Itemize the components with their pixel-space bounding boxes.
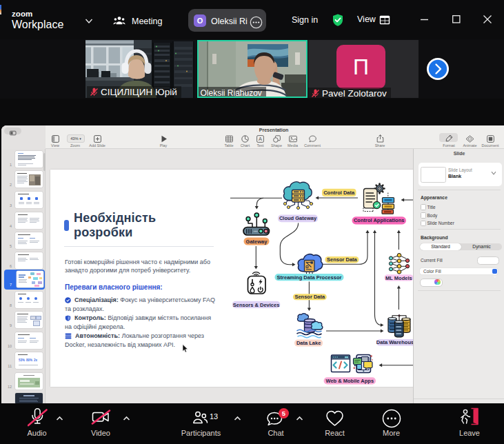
svg-text:Sensor Data: Sensor Data <box>294 294 325 300</box>
svg-text:A: A <box>259 136 262 142</box>
svg-text:Sensors & Devices: Sensors & Devices <box>233 302 280 308</box>
svg-text:Control Data: Control Data <box>323 190 355 196</box>
svg-text:Control Applications: Control Applications <box>354 217 404 223</box>
svg-text:Web & Mobile Apps: Web & Mobile Apps <box>326 378 374 384</box>
svg-text:Gateway: Gateway <box>246 239 268 245</box>
svg-text:Streaming Data Processor: Streaming Data Processor <box>277 274 342 281</box>
svg-text:ML Models: ML Models <box>385 275 412 281</box>
svg-text:Cloud Gateway: Cloud Gateway <box>279 215 317 221</box>
svg-text:Data Warehouse: Data Warehouse <box>376 339 414 345</box>
svg-text:Data Lake: Data Lake <box>296 340 321 346</box>
svg-text:Sensor Data: Sensor Data <box>327 256 358 263</box>
